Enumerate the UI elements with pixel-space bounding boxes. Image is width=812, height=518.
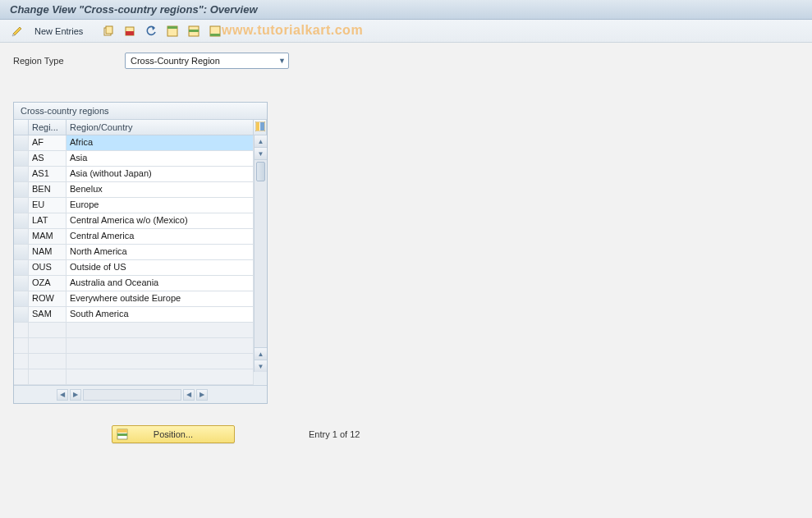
cell-region-code[interactable]: LAT	[29, 213, 67, 229]
new-entries-button[interactable]: New Entries	[30, 23, 88, 39]
cell-region-country[interactable]: Everywhere outside Europe	[67, 291, 254, 307]
cell-region-code[interactable]: OZA	[29, 276, 67, 291]
table-row[interactable]: AS1Asia (without Japan)	[14, 167, 254, 182]
svg-rect-14	[117, 429, 127, 433]
cell-region-country[interactable]: Central America w/o (Mexico)	[67, 213, 254, 229]
position-button[interactable]: Position...	[112, 425, 235, 443]
vertical-scrollbar[interactable]: ▲ ▼ ▲ ▼	[254, 135, 267, 372]
select-all-icon[interactable]	[163, 23, 181, 39]
cell-region-code[interactable]: AS	[29, 151, 67, 167]
scroll-up-end-icon[interactable]: ▲	[255, 347, 267, 360]
cell-region-code[interactable]: MAM	[29, 229, 67, 245]
cell-region-country[interactable]: Outside of US	[67, 260, 254, 276]
scroll-up-icon[interactable]: ▲	[255, 135, 267, 148]
table-title: Cross-country regions	[14, 103, 267, 120]
select-block-icon[interactable]	[185, 23, 203, 39]
cell-region-code[interactable]: AF	[29, 135, 67, 151]
scroll-down-one-icon[interactable]: ▼	[255, 148, 267, 160]
svg-rect-11	[256, 122, 259, 131]
cell-region-country[interactable]: South America	[67, 307, 254, 323]
cell-region-code[interactable]	[29, 338, 67, 354]
cell-region-code[interactable]	[29, 369, 67, 385]
row-selector[interactable]	[14, 291, 29, 307]
hscroll-right2-icon[interactable]: ▶	[196, 389, 208, 401]
table-row[interactable]: OZAAustralia and Oceania	[14, 276, 254, 291]
cell-region-country[interactable]: Africa	[67, 135, 254, 151]
table-row[interactable]: ROWEverywhere outside Europe	[14, 291, 254, 307]
cell-region-country[interactable]: Australia and Oceania	[67, 276, 254, 291]
row-selector[interactable]	[14, 369, 29, 385]
cell-region-code[interactable]: NAM	[29, 245, 67, 260]
toggle-change-icon[interactable]	[8, 23, 26, 39]
hscroll-left-icon[interactable]: ◀	[57, 389, 68, 401]
cell-region-country[interactable]	[67, 369, 254, 385]
row-selector[interactable]	[14, 167, 29, 182]
cell-region-code[interactable]: SAM	[29, 307, 67, 323]
row-selector[interactable]	[14, 135, 29, 151]
hscroll-right-icon[interactable]: ▶	[70, 389, 81, 401]
delete-icon[interactable]	[121, 23, 139, 39]
horizontal-scrollbar[interactable]: ◀ ▶ ◀ ▶	[57, 389, 208, 401]
table-row-empty	[14, 323, 254, 338]
cell-region-code[interactable]: BEN	[29, 182, 67, 198]
table-row[interactable]: AFAfrica	[14, 135, 254, 151]
row-selector[interactable]	[14, 229, 29, 245]
cell-region-country[interactable]: Central America	[67, 229, 254, 245]
region-type-select[interactable]: Cross-Country Region ▼	[125, 53, 289, 69]
table-body-area: AFAfricaASAsiaAS1Asia (without Japan)BEN…	[14, 135, 267, 385]
column-header-region-code[interactable]: Regi...	[29, 120, 67, 135]
row-selector[interactable]	[14, 307, 29, 323]
scroll-thumb[interactable]	[256, 162, 265, 181]
table-row[interactable]: BENBenelux	[14, 182, 254, 198]
cell-region-country[interactable]	[67, 354, 254, 369]
row-selector[interactable]	[14, 323, 29, 338]
table-row[interactable]: SAMSouth America	[14, 307, 254, 323]
hscroll-left2-icon[interactable]: ◀	[183, 389, 195, 401]
table-row[interactable]: NAMNorth America	[14, 245, 254, 260]
cell-region-code[interactable]	[29, 323, 67, 338]
row-selector[interactable]	[14, 338, 29, 354]
region-type-value: Cross-Country Region	[131, 56, 220, 66]
cell-region-code[interactable]: OUS	[29, 260, 67, 276]
cell-region-code[interactable]: AS1	[29, 167, 67, 182]
row-selector[interactable]	[14, 213, 29, 229]
column-select-all[interactable]	[14, 120, 29, 135]
cell-region-country[interactable]: North America	[67, 245, 254, 260]
cell-region-country[interactable]: Asia (without Japan)	[67, 167, 254, 182]
row-selector[interactable]	[14, 198, 29, 213]
row-selector[interactable]	[14, 182, 29, 198]
cell-region-code[interactable]: ROW	[29, 291, 67, 307]
row-selector[interactable]	[14, 260, 29, 276]
table-row[interactable]: OUSOutside of US	[14, 260, 254, 276]
cell-region-country[interactable]	[67, 338, 254, 354]
configure-columns-icon[interactable]	[254, 120, 267, 135]
table-row-empty	[14, 338, 254, 354]
table-row[interactable]: MAMCentral America	[14, 229, 254, 245]
table-row-empty	[14, 354, 254, 369]
cell-region-country[interactable]: Benelux	[67, 182, 254, 198]
copy-as-icon[interactable]	[99, 23, 117, 39]
svg-rect-1	[106, 26, 112, 34]
table-row[interactable]: LATCentral America w/o (Mexico)	[14, 213, 254, 229]
cell-region-code[interactable]	[29, 354, 67, 369]
row-selector[interactable]	[14, 354, 29, 369]
row-selector[interactable]	[14, 276, 29, 291]
row-selector[interactable]	[14, 151, 29, 167]
undo-change-icon[interactable]	[142, 23, 160, 39]
cell-region-country[interactable]: Europe	[67, 198, 254, 213]
hscroll-track[interactable]	[83, 389, 181, 401]
scroll-down-end-icon[interactable]: ▼	[255, 360, 267, 372]
footer-row: Position... Entry 1 of 12	[13, 425, 799, 443]
title-bar: Change View "Cross-country regions": Ove…	[0, 0, 812, 20]
svg-rect-15	[117, 433, 127, 436]
cell-region-country[interactable]: Asia	[67, 151, 254, 167]
dropdown-arrow-icon: ▼	[278, 57, 286, 65]
cell-region-country[interactable]	[67, 323, 254, 338]
column-header-region-country[interactable]: Region/Country	[67, 120, 254, 135]
cell-region-code[interactable]: EU	[29, 198, 67, 213]
table-row[interactable]: ASAsia	[14, 151, 254, 167]
deselect-all-icon[interactable]	[206, 23, 224, 39]
table-row[interactable]: EUEurope	[14, 198, 254, 213]
row-selector[interactable]	[14, 245, 29, 260]
page-title: Change View "Cross-country regions": Ove…	[10, 3, 258, 16]
